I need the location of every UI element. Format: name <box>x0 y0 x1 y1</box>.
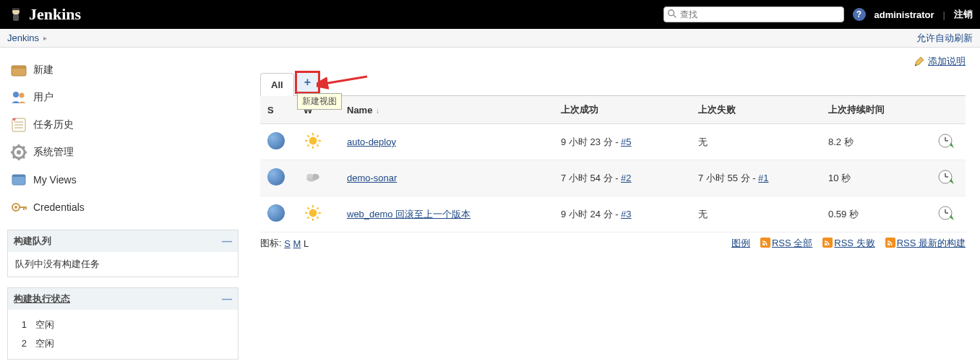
job-table: S W Name ↓ 上次成功 上次失败 上次持续时间 auto-deploy9… <box>260 96 966 232</box>
weather-cell <box>296 160 340 196</box>
name-cell: demo-sonar <box>340 160 554 196</box>
collapse-icon[interactable]: — <box>222 293 232 305</box>
build-exec-header: 构建执行状态 — <box>8 288 238 310</box>
sidebar-item-label: 任务历史 <box>33 118 74 131</box>
svg-line-19 <box>13 147 15 149</box>
svg-point-49 <box>309 209 317 217</box>
auto-refresh-link[interactable]: 允许自动刷新 <box>916 32 973 43</box>
build-link[interactable]: #5 <box>621 136 631 147</box>
sidebar-item-manage[interactable]: 系统管理 <box>7 139 238 166</box>
sidebar-item-history[interactable]: 任务历史 <box>7 111 238 139</box>
svg-rect-27 <box>19 206 26 208</box>
job-link[interactable]: web_demo 回滚至上一个版本 <box>347 209 470 219</box>
last-failure-cell: 7 小时 55 分 - #1 <box>691 160 821 196</box>
icon-size-label: 图标: <box>260 237 282 250</box>
svg-rect-28 <box>23 206 25 210</box>
weather-icon <box>304 214 322 225</box>
rss-fail-link[interactable]: RSS 失败 <box>834 238 874 248</box>
logo-area[interactable]: Jenkins <box>7 5 81 24</box>
add-description-link[interactable]: 添加说明 <box>914 55 966 68</box>
last-success-cell: 9 小时 24 分 - #3 <box>554 196 691 232</box>
table-header-row: S W Name ↓ 上次成功 上次失败 上次持续时间 <box>260 96 966 124</box>
svg-line-56 <box>307 217 309 218</box>
svg-point-63 <box>887 244 889 245</box>
svg-rect-1 <box>13 14 19 21</box>
breadcrumb-root[interactable]: Jenkins <box>7 32 39 43</box>
content: 新建 用户 任务历史 系统管理 My Views Credentials <box>0 48 980 361</box>
build-queue-panel: 构建队列 — 队列中没有构建任务 <box>7 230 238 277</box>
col-last-success[interactable]: 上次成功 <box>554 96 691 124</box>
weather-icon <box>304 142 322 152</box>
sidebar-item-label: 系统管理 <box>33 146 74 159</box>
svg-line-57 <box>317 207 318 209</box>
schedule-build-icon[interactable] <box>937 177 954 188</box>
table-row: demo-sonar7 小时 54 分 - #27 小时 55 分 - #110… <box>260 160 966 196</box>
rss-fail-wrap[interactable]: RSS 失败 <box>822 237 874 250</box>
sidebar-item-label: 用户 <box>33 91 53 104</box>
svg-line-55 <box>317 217 318 218</box>
side-menu: 新建 用户 任务历史 系统管理 My Views Credentials <box>7 56 238 221</box>
last-duration-cell: 0.59 秒 <box>821 196 929 232</box>
add-description-label: 添加说明 <box>928 55 966 68</box>
logout-link[interactable]: 注销 <box>954 8 973 21</box>
plus-icon: + <box>304 76 311 88</box>
sidebar: 新建 用户 任务历史 系统管理 My Views Credentials <box>0 48 246 361</box>
rss-all-link[interactable]: RSS 全部 <box>772 238 812 248</box>
last-failure-cell: 无 <box>691 196 821 232</box>
svg-line-39 <box>317 135 318 136</box>
collapse-icon[interactable]: — <box>222 235 232 247</box>
schedule-build-icon[interactable] <box>937 141 954 152</box>
view-tabs: All + 新建视图 <box>260 72 966 96</box>
build-link[interactable]: #3 <box>621 209 631 219</box>
status-cell <box>260 160 296 196</box>
help-icon[interactable]: ? <box>853 8 866 21</box>
rss-all-wrap[interactable]: RSS 全部 <box>760 237 812 250</box>
icon-size-l: L <box>304 238 309 249</box>
build-link[interactable]: #1 <box>758 173 768 183</box>
jenkins-logo-icon <box>7 6 25 23</box>
users-icon <box>10 89 27 106</box>
sidebar-item-myviews[interactable]: My Views <box>7 166 238 193</box>
annotation-arrow-icon <box>317 71 374 92</box>
search-input[interactable] <box>677 9 841 19</box>
col-name[interactable]: Name ↓ <box>340 96 554 124</box>
svg-line-20 <box>22 156 25 158</box>
rss-latest-wrap[interactable]: RSS 最新的构建 <box>885 237 966 250</box>
weather-cell <box>296 124 340 160</box>
sidebar-item-users[interactable]: 用户 <box>7 84 238 111</box>
icon-size-m[interactable]: M <box>293 238 301 249</box>
executor-row: 2 空闲 <box>15 334 231 353</box>
sidebar-item-new[interactable]: 新建 <box>7 56 238 84</box>
search-box[interactable] <box>663 6 844 22</box>
schedule-build-icon[interactable] <box>937 213 954 224</box>
rss-icon <box>885 238 895 248</box>
name-cell: auto-deploy <box>340 124 554 160</box>
rss-icon <box>822 238 833 248</box>
job-link[interactable]: demo-sonar <box>347 173 397 183</box>
status-cell <box>260 124 296 160</box>
build-queue-body: 队列中没有构建任务 <box>8 252 238 277</box>
executor-status: 空闲 <box>35 338 54 349</box>
sidebar-item-label: Credentials <box>33 201 85 213</box>
sidebar-item-credentials[interactable]: Credentials <box>7 193 238 221</box>
build-exec-title[interactable]: 构建执行状态 <box>14 292 70 305</box>
new-view-tab[interactable]: + 新建视图 <box>296 72 319 92</box>
col-last-duration[interactable]: 上次持续时间 <box>821 96 929 124</box>
legend-link[interactable]: 图例 <box>731 237 750 250</box>
user-link[interactable]: administrator <box>874 9 934 20</box>
executor-num: 2 <box>15 338 27 349</box>
tab-all[interactable]: All <box>260 73 294 96</box>
last-success-cell: 9 小时 23 分 - #5 <box>554 124 691 160</box>
col-status[interactable]: S <box>260 96 296 124</box>
svg-rect-2 <box>12 8 20 10</box>
rss-icon <box>760 238 770 248</box>
build-link[interactable]: #2 <box>621 173 631 183</box>
col-last-failure[interactable]: 上次失败 <box>691 96 821 124</box>
build-queue-header: 构建队列 — <box>8 230 238 252</box>
svg-line-21 <box>13 156 15 158</box>
job-link[interactable]: auto-deploy <box>347 136 396 147</box>
views-icon <box>10 171 27 188</box>
icon-size-s[interactable]: S <box>284 238 291 249</box>
rss-latest-link[interactable]: RSS 最新的构建 <box>897 238 966 248</box>
status-cell <box>260 196 296 232</box>
